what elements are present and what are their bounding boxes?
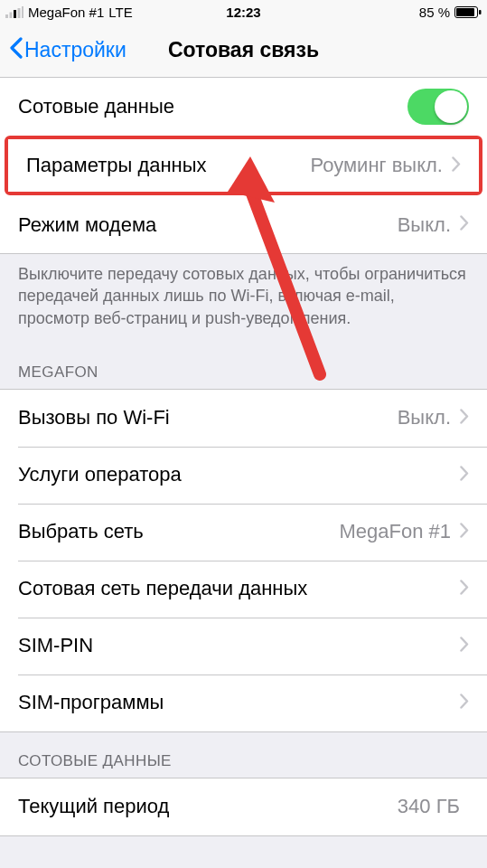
cellular-apn-label: Сотовая сеть передачи данных [18, 577, 307, 600]
hotspot-label: Режим модема [18, 213, 156, 237]
carrier-services-label: Услуги оператора [18, 463, 182, 486]
chevron-right-icon [460, 637, 469, 656]
data-options-label: Параметры данных [26, 154, 207, 177]
cellular-section: Сотовые данные Параметры данных Роуминг … [0, 78, 487, 254]
sim-apps-row[interactable]: SIM-программы [0, 675, 487, 731]
data-options-value: Роуминг выкл. [311, 154, 443, 177]
select-network-row[interactable]: Выбрать сеть MegaFon #1 [0, 504, 487, 561]
hotspot-value: Выкл. [398, 213, 451, 237]
sim-apps-label: SIM-программы [18, 691, 164, 714]
carrier-section: Вызовы по Wi-Fi Выкл. Услуги оператора В… [0, 389, 487, 732]
svg-rect-2 [14, 10, 16, 18]
megafon-header: MEGAFON [0, 344, 487, 389]
cellular-apn-row[interactable]: Сотовая сеть передачи данных [0, 561, 487, 618]
cellular-data-header: СОТОВЫЕ ДАННЫЕ [0, 732, 487, 778]
cellular-data-row[interactable]: Сотовые данные [0, 78, 487, 135]
chevron-right-icon [460, 693, 469, 712]
svg-rect-0 [5, 14, 8, 18]
page-title: Сотовая связь [168, 38, 319, 62]
svg-rect-3 [18, 8, 21, 18]
sim-pin-label: SIM-PIN [18, 634, 93, 657]
network-label: LTE [108, 5, 132, 20]
signal-icon [5, 6, 23, 18]
chevron-right-icon [460, 466, 469, 485]
data-options-row[interactable]: Параметры данных Роуминг выкл. [8, 139, 479, 192]
cellular-data-toggle[interactable] [407, 89, 469, 125]
current-period-label: Текущий период [18, 795, 169, 818]
battery-percent: 85 % [419, 5, 450, 20]
chevron-right-icon [460, 523, 469, 542]
current-period-row[interactable]: Текущий период 340 ГБ [0, 778, 487, 835]
chevron-right-icon [460, 409, 469, 428]
svg-rect-6 [456, 8, 474, 16]
chevron-left-icon [9, 37, 23, 64]
select-network-label: Выбрать сеть [18, 520, 144, 543]
back-label: Настройки [24, 38, 126, 62]
cellular-data-label: Сотовые данные [18, 95, 174, 118]
sim-pin-row[interactable]: SIM-PIN [0, 618, 487, 675]
chevron-right-icon [452, 156, 461, 175]
svg-rect-1 [10, 12, 13, 18]
wifi-calls-row[interactable]: Вызовы по Wi-Fi Выкл. [0, 390, 487, 447]
highlight-annotation: Параметры данных Роуминг выкл. [5, 136, 482, 195]
svg-rect-4 [22, 6, 23, 18]
hotspot-row[interactable]: Режим модема Выкл. [0, 196, 487, 253]
back-button[interactable]: Настройки [9, 37, 126, 64]
battery-icon [454, 6, 482, 18]
carrier-label: MegaFon #1 [28, 5, 104, 20]
cellular-footer-text: Выключите передачу сотовых данных, чтобы… [0, 254, 487, 344]
select-network-value: MegaFon #1 [339, 520, 451, 543]
wifi-calls-label: Вызовы по Wi-Fi [18, 406, 170, 429]
carrier-services-row[interactable]: Услуги оператора [0, 447, 487, 504]
time-label: 12:23 [226, 5, 260, 20]
nav-bar: Настройки Сотовая связь [0, 24, 487, 78]
wifi-calls-value: Выкл. [398, 406, 451, 429]
chevron-right-icon [460, 580, 469, 599]
current-period-value: 340 ГБ [398, 795, 460, 818]
svg-rect-7 [479, 10, 482, 14]
chevron-right-icon [460, 215, 469, 234]
status-bar: MegaFon #1 LTE 12:23 85 % [0, 0, 487, 24]
usage-section: Текущий период 340 ГБ [0, 778, 487, 836]
